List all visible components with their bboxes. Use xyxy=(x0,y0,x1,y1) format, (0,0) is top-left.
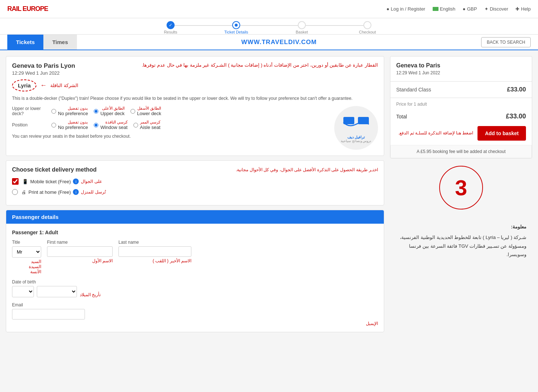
deck-radio-group: بدون تفضيل No preference الطابق الأعلى U… xyxy=(51,106,161,116)
header: RAIL EUROPE ● Log in / Register English … xyxy=(0,0,538,18)
birth-row: تأريخ الميلاد xyxy=(12,286,378,297)
main-layout: Geneva to Paris Lyon 12:29 Wed 1 Jun 202… xyxy=(0,50,538,338)
right-class: Standard Class xyxy=(396,87,431,93)
info-box: معلومة: شـركة ( ليريا – Lyria ) تابعة لل… xyxy=(390,217,532,265)
info-box-title: معلومة: xyxy=(396,223,526,231)
right-route: Geneva to Paris xyxy=(396,62,526,69)
mobile-ticket-label: 📱 Mobile ticket (Free) i على الجوال xyxy=(22,179,102,184)
tab-tickets[interactable]: Tickets xyxy=(7,35,43,50)
language-selector[interactable]: English xyxy=(433,6,456,12)
passenger-header: Passenger details xyxy=(6,210,384,224)
total-row: Total £33.00 xyxy=(390,109,532,122)
delivery-card: Choose ticket delivery method اختـر طريق… xyxy=(6,160,384,205)
mobile-info-icon[interactable]: i xyxy=(73,179,79,184)
lastname-input[interactable] xyxy=(118,246,191,257)
deck-upper[interactable]: الطابق الأعلى Upper deck xyxy=(94,106,124,116)
back-to-search-button[interactable]: BACK TO SEARCH xyxy=(481,37,531,47)
deck-option-row: Upper or lower deck? بدون تفضيل No prefe… xyxy=(12,106,334,116)
email-arabic: الإيميل xyxy=(12,321,378,326)
ticket-header: Geneva to Paris Lyon 12:29 Wed 1 Jun 202… xyxy=(12,62,378,76)
delivery-mobile-option[interactable]: 📱 Mobile ticket (Free) i على الجوال xyxy=(12,178,378,185)
right-time: 12:29 Wed 1 Jun 2022 xyxy=(396,70,526,75)
logo: RAIL EUROPE xyxy=(7,5,48,13)
right-panel-header: Geneva to Paris 12:29 Wed 1 Jun 2022 xyxy=(390,56,532,82)
mobile-ticket-checkbox[interactable] xyxy=(12,178,19,185)
delivery-print-option[interactable]: 🖨 Print at home (Free) i تُرسل للمنزل xyxy=(12,189,378,195)
discover-button[interactable]: ✦ Discover xyxy=(484,6,508,12)
step-label-checkout: Checkout xyxy=(359,30,376,34)
delivery-header: Choose ticket delivery method اختـر طريق… xyxy=(12,166,378,173)
passenger-sub: Passenger 1: Adult xyxy=(12,230,378,235)
right-panel: Geneva to Paris 12:29 Wed 1 Jun 2022 Sta… xyxy=(390,56,532,158)
title-field-group: Title Mr Mrs Miss السيدالسيدةالآنسة xyxy=(12,240,41,274)
ticket-time: 12:29 Wed 1 Jun 2022 xyxy=(12,70,75,76)
delivery-arabic: اختـر طريقة الحصول على التذكرة الأفضل عل… xyxy=(236,167,378,172)
step-label-results: Results xyxy=(164,30,178,34)
right-column: Geneva to Paris 12:29 Wed 1 Jun 2022 Sta… xyxy=(390,56,532,265)
deck-label: Upper or lower deck? xyxy=(12,106,48,116)
dob-label: Date of birth xyxy=(12,279,378,285)
birth-month-select[interactable] xyxy=(37,286,77,297)
plus-icon: ✚ xyxy=(515,6,519,12)
email-input[interactable] xyxy=(12,309,85,320)
position-aisle[interactable]: كرسي الممر Aisle seat xyxy=(133,120,160,130)
login-button[interactable]: ● Log in / Register xyxy=(386,6,425,12)
carrier-badge: Lyria xyxy=(12,79,36,91)
firstname-arabic: الاسم الأول xyxy=(47,258,113,263)
deck-lower[interactable]: الطابق الأسفل Lower deck xyxy=(130,106,161,116)
ticket-route: Geneva to Paris Lyon xyxy=(12,62,75,70)
currency-icon: ● xyxy=(463,6,465,12)
passenger-name-row: Title Mr Mrs Miss السيدالسيدةالآنسة Firs… xyxy=(12,240,378,274)
add-basket-arabic: اضغط هنا لإضافة التذكرة للسلـة ثم الدفع. xyxy=(396,130,473,137)
firstname-label: First name xyxy=(47,240,113,245)
user-icon: ● xyxy=(386,6,389,12)
title-arabic: السيدالسيدةالآنسة xyxy=(12,259,41,274)
lyria-logo-svg xyxy=(342,113,371,135)
title-select[interactable]: Mr Mrs Miss xyxy=(12,246,41,258)
delivery-title: Choose ticket delivery method xyxy=(12,166,97,173)
add-to-basket-button[interactable]: Add to basket xyxy=(477,126,526,141)
seat-options: Upper or lower deck? بدون تفضيل No prefe… xyxy=(12,106,378,150)
position-option-row: Position بدون تفضيل No preference xyxy=(12,120,334,130)
dob-arabic: تأريخ الميلاد xyxy=(80,292,101,297)
step-circle-checkout xyxy=(363,21,371,29)
email-label: Email xyxy=(12,302,378,307)
email-field-group: Email الإيميل xyxy=(12,302,378,326)
review-text: You can review your seats in the basket … xyxy=(12,134,334,139)
position-radio-group: بدون تفضيل No preference كرسي النافذة Wi… xyxy=(51,120,160,130)
title-label: Title xyxy=(12,240,41,245)
position-window[interactable]: كرسي النافذة Window seat xyxy=(94,120,127,130)
add-basket-section: اضغط هنا لإضافة التذكرة للسلـة ثم الدفع.… xyxy=(390,122,532,145)
progress-bar: ✓ Results Ticket Details Basket Checkout xyxy=(0,18,538,35)
print-home-radio[interactable] xyxy=(12,189,18,195)
birth-day-select[interactable] xyxy=(12,286,34,297)
mobile-icon: 📱 xyxy=(22,179,28,184)
compass-icon: ✦ xyxy=(484,6,488,12)
step-circle-results: ✓ xyxy=(167,21,175,29)
carrier-row: Lyria ← الشركة الناقلة xyxy=(12,79,378,91)
position-no-preference[interactable]: بدون تفضيل No preference xyxy=(51,120,88,130)
flag-icon xyxy=(433,7,438,11)
deck-no-preference[interactable]: بدون تفضيل No preference xyxy=(51,106,88,116)
total-price: £33.00 xyxy=(506,113,526,120)
carrier-label: الشركة الناقلة xyxy=(50,83,78,88)
ticket-info: Geneva to Paris Lyon 12:29 Wed 1 Jun 202… xyxy=(12,62,75,76)
carrier-arrow: ← xyxy=(40,82,47,89)
step-ticket-details: Ticket Details xyxy=(203,21,269,34)
carrier-logo: ترافيل ديف دروس ونصائح سياحية xyxy=(334,106,378,150)
currency-selector[interactable]: ● GBP xyxy=(463,6,477,12)
help-button[interactable]: ✚ Help xyxy=(515,6,531,12)
step-basket: Basket xyxy=(269,21,335,34)
lastname-arabic: الاسم الأخير ( اللقب ) xyxy=(118,258,191,263)
passenger-card: Passenger details Passenger 1: Adult Tit… xyxy=(6,210,384,332)
step-label-ticket: Ticket Details xyxy=(224,30,248,34)
firstname-input[interactable] xyxy=(47,246,113,257)
print-info-icon[interactable]: i xyxy=(73,189,79,195)
print-home-label: 🖨 Print at home (Free) i تُرسل للمنزل xyxy=(22,189,106,195)
lastname-label: Last name xyxy=(118,240,191,245)
price-for-row: Price for 1 adult xyxy=(390,98,532,109)
ticket-info-text: This is a double-decker ("Duplex") train… xyxy=(12,95,378,102)
tab-times[interactable]: Times xyxy=(43,35,77,50)
step-results: ✓ Results xyxy=(138,21,203,34)
step-checkout: Checkout xyxy=(335,21,400,34)
